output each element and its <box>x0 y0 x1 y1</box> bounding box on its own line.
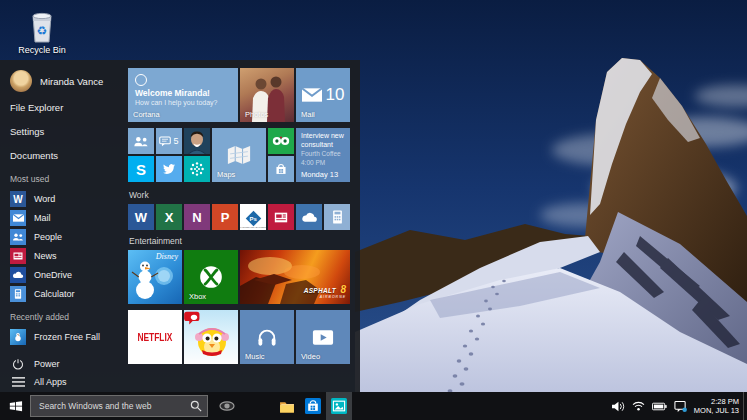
user-profile[interactable]: Miranda Vance <box>10 68 103 94</box>
tile-maps[interactable]: Maps <box>212 128 266 182</box>
twitter-bird-icon <box>162 163 176 175</box>
all-apps-button[interactable]: All Apps <box>10 374 67 390</box>
tile-dots-app[interactable] <box>184 156 210 182</box>
start-menu: Miranda Vance File Explorer Settings Doc… <box>0 60 360 392</box>
tile-calculator[interactable] <box>324 204 350 230</box>
mail-envelope-icon <box>302 88 322 102</box>
task-view-button[interactable] <box>214 392 240 420</box>
battery-icon[interactable] <box>652 402 667 411</box>
tile-tripadvisor[interactable] <box>268 128 294 154</box>
netflix-wordmark: NETFLIX <box>138 331 173 343</box>
contact-face-image <box>184 128 210 154</box>
network-icon[interactable] <box>632 401 645 411</box>
tile-calendar[interactable]: Interview new consultant Fourth Coffee 4… <box>296 128 350 182</box>
taskbar-search[interactable] <box>30 395 208 417</box>
system-tray: 2:28 PM MON, JUL 13 <box>611 392 743 420</box>
photoshop-express-icon: Ps <box>245 210 261 226</box>
tile-powerpoint[interactable]: P <box>212 204 238 230</box>
news-icon <box>274 212 288 223</box>
most-used-item-word[interactable]: W Word <box>10 190 55 208</box>
tile-asphalt-8[interactable]: ASPHALT 8 AIRBORNE <box>240 250 350 304</box>
tile-word[interactable]: W <box>128 204 154 230</box>
tile-music[interactable]: Music <box>240 310 294 364</box>
start-button[interactable] <box>0 392 30 420</box>
user-name: Miranda Vance <box>40 76 103 87</box>
search-icon <box>190 400 202 412</box>
maps-icon <box>226 145 252 165</box>
tile-onedrive[interactable] <box>296 204 322 230</box>
tile-netflix[interactable]: NETFLIX <box>128 310 182 364</box>
calculator-icon <box>10 286 26 302</box>
most-used-item-people[interactable]: People <box>10 228 62 246</box>
recently-added-item-frozen[interactable]: Frozen Free Fall <box>10 328 100 346</box>
recycle-bin-icon: ♻ <box>27 10 57 44</box>
task-view-icon <box>219 401 235 411</box>
messaging-icon <box>159 136 171 147</box>
frozen-free-fall-icon <box>10 329 26 345</box>
sidebar-item-settings[interactable]: Settings <box>10 124 44 140</box>
tile-excel[interactable]: X <box>156 204 182 230</box>
tile-video[interactable]: Video <box>296 310 350 364</box>
most-used-item-onedrive[interactable]: OneDrive <box>10 266 72 284</box>
chick-character-image <box>184 310 238 364</box>
dots-pattern-icon <box>189 161 205 177</box>
tile-xbox[interactable]: Xbox <box>184 250 238 304</box>
tile-mail[interactable]: 10 Mail <box>296 68 350 122</box>
tile-frozen-free-fall[interactable]: Disney <box>128 250 182 304</box>
photos-app-icon <box>331 398 347 414</box>
sidebar-item-file-explorer[interactable]: File Explorer <box>10 100 63 116</box>
most-used-item-news[interactable]: News <box>10 247 57 265</box>
people-icon <box>10 229 26 245</box>
mail-icon <box>10 210 26 226</box>
taskbar-store[interactable] <box>300 392 326 420</box>
most-used-item-mail[interactable]: Mail <box>10 209 51 227</box>
taskbar-photos-active[interactable] <box>326 392 352 420</box>
recycle-bin[interactable]: ♻ Recycle Bin <box>12 10 72 55</box>
action-center-icon[interactable] <box>674 400 687 413</box>
store-bag-icon <box>274 162 288 176</box>
onedrive-cloud-icon <box>301 212 318 223</box>
tile-cortana[interactable]: Welcome Miranda! How can I help you toda… <box>128 68 238 122</box>
sidebar-item-documents[interactable]: Documents <box>10 148 58 164</box>
onedrive-icon <box>10 267 26 283</box>
calculator-icon <box>332 210 343 224</box>
tile-photos[interactable]: Photos <box>240 68 294 122</box>
start-menu-rail: Miranda Vance File Explorer Settings Doc… <box>0 60 122 392</box>
store-icon <box>305 398 321 414</box>
tile-messaging[interactable]: 5 <box>156 128 182 154</box>
headphones-icon <box>256 327 278 347</box>
tile-contact-photo[interactable] <box>184 128 210 154</box>
asphalt-logo: ASPHALT 8 AIRBORNE <box>304 284 346 301</box>
tile-skype[interactable]: S <box>128 156 154 182</box>
show-desktop-button[interactable] <box>743 392 747 420</box>
people-icon <box>133 136 149 147</box>
skype-icon: S <box>136 161 146 178</box>
user-avatar <box>10 70 32 92</box>
file-explorer-icon <box>279 400 295 413</box>
taskbar-clock[interactable]: 2:28 PM MON, JUL 13 <box>694 397 743 415</box>
entertainment-section-header: Entertainment <box>129 236 182 246</box>
recycle-bin-label: Recycle Bin <box>12 45 72 55</box>
most-used-item-calculator[interactable]: Calculator <box>10 285 75 303</box>
taskbar-file-explorer[interactable] <box>274 392 300 420</box>
svg-text:♻: ♻ <box>37 24 48 38</box>
recently-added-header: Recently added <box>10 312 69 322</box>
tile-area: Welcome Miranda! How can I help you toda… <box>128 60 358 392</box>
tile-twitter[interactable] <box>156 156 182 182</box>
power-button[interactable]: Power <box>10 356 60 372</box>
tripadvisor-owl-icon <box>272 136 290 146</box>
all-apps-icon <box>10 374 26 390</box>
tile-photoshop-express[interactable]: Ps PHOTOSHOP EXPRESS <box>240 204 266 230</box>
tile-news[interactable] <box>268 204 294 230</box>
tile-onenote[interactable]: N <box>184 204 210 230</box>
search-input[interactable] <box>31 396 207 416</box>
most-used-header: Most used <box>10 174 49 184</box>
tile-chick-game[interactable] <box>184 310 238 364</box>
tile-people[interactable] <box>128 128 154 154</box>
video-icon <box>312 329 334 346</box>
volume-icon[interactable] <box>611 401 625 412</box>
word-icon: W <box>10 191 26 207</box>
tile-store[interactable] <box>268 156 294 182</box>
work-section-header: Work <box>129 190 149 200</box>
news-icon <box>10 248 26 264</box>
